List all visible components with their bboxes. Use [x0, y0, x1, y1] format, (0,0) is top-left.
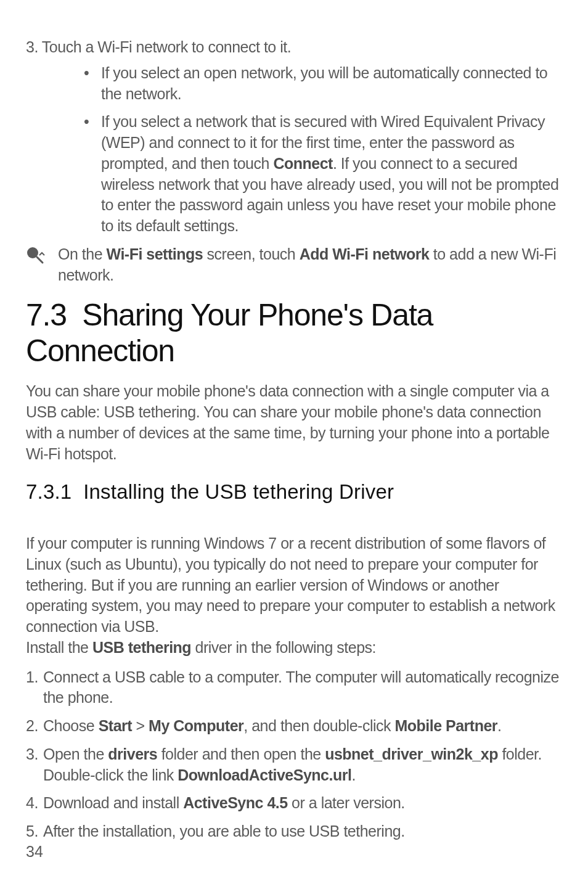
- step-item: 1. Connect a USB cable to a computer. Th…: [26, 667, 562, 709]
- intro-segment: driver in the following steps:: [191, 639, 376, 656]
- tip-icon: [26, 247, 47, 271]
- tip-segment: On the: [58, 245, 107, 263]
- tip-text: On the Wi-Fi settings screen, touch Add …: [58, 244, 562, 286]
- step-segment: After the installation, you are able to …: [43, 822, 405, 840]
- intro-segment-bold: USB tethering: [92, 639, 191, 656]
- step-item: 4. Download and install ActiveSync 4.5 o…: [26, 793, 562, 814]
- subsection-heading: 7.3.1 Installing the USB tethering Drive…: [26, 480, 562, 504]
- step-item: 5. After the installation, you are able …: [26, 821, 562, 842]
- bullet-text-bold: Connect: [273, 155, 333, 172]
- list-item-3: 3. Touch a Wi-Fi network to connect to i…: [26, 37, 562, 58]
- step-number: 2.: [26, 716, 43, 737]
- bullet-text: If you select an open network, you will …: [101, 64, 547, 102]
- tip-segment-bold: Add Wi-Fi network: [300, 245, 430, 263]
- step-segment-bold: drivers: [108, 745, 157, 763]
- section-title-text: Sharing Your Phone's Data Connection: [26, 298, 433, 368]
- step-text: Connect a USB cable to a computer. The c…: [43, 667, 562, 709]
- step-segment: >: [132, 717, 149, 734]
- step-segment: .: [497, 717, 501, 734]
- steps-list: 1. Connect a USB cable to a computer. Th…: [26, 667, 562, 842]
- tip-note: On the Wi-Fi settings screen, touch Add …: [26, 244, 562, 286]
- step-segment-bold: My Computer: [149, 717, 243, 734]
- step-segment: Open the: [43, 745, 108, 763]
- tip-segment: screen, touch: [203, 245, 299, 263]
- subsection-number: 7.3.1: [26, 480, 71, 503]
- step-segment: .: [351, 766, 355, 784]
- bullet-list: If you select an open network, you will …: [26, 63, 562, 237]
- step-segment-bold: Mobile Partner: [394, 717, 497, 734]
- step-item: 3. Open the drivers folder and then open…: [26, 744, 562, 786]
- step-segment-bold: DownloadActiveSync.url: [178, 766, 351, 784]
- step-number: 4.: [26, 793, 43, 814]
- subsection-intro-paragraph: If your computer is running Windows 7 or…: [26, 512, 562, 658]
- list-number: 3.: [26, 38, 38, 55]
- bullet-item: If you select a network that is secured …: [84, 112, 562, 237]
- step-number: 1.: [26, 667, 43, 709]
- step-item: 2. Choose Start > My Computer, and then …: [26, 716, 562, 737]
- page-number: 34: [26, 843, 43, 861]
- step-text: After the installation, you are able to …: [43, 821, 562, 842]
- section-number: 7.3: [26, 298, 67, 332]
- section-intro-paragraph: You can share your mobile phone's data c…: [26, 381, 562, 464]
- step-segment: , and then double-click: [243, 717, 394, 734]
- document-page: 3. Touch a Wi-Fi network to connect to i…: [0, 0, 588, 881]
- continued-ordered-list: 3. Touch a Wi-Fi network to connect to i…: [26, 37, 562, 237]
- step-segment: Choose: [43, 717, 99, 734]
- bullet-item: If you select an open network, you will …: [84, 63, 562, 105]
- step-segment-bold: ActiveSync 4.5: [183, 794, 288, 811]
- step-text: Download and install ActiveSync 4.5 or a…: [43, 793, 562, 814]
- step-segment: folder and then open the: [157, 745, 325, 763]
- step-segment: Download and install: [43, 794, 183, 811]
- step-segment: or a later version.: [288, 794, 405, 811]
- section-heading: 7.3 Sharing Your Phone's Data Connection: [26, 298, 562, 369]
- step-segment-bold: Start: [99, 717, 132, 734]
- step-segment: Connect a USB cable to a computer. The c…: [43, 668, 559, 707]
- step-segment-bold: usbnet_driver_win2k_xp: [325, 745, 498, 763]
- step-text: Choose Start > My Computer, and then dou…: [43, 716, 562, 737]
- tip-segment-bold: Wi-Fi settings: [107, 245, 203, 263]
- subsection-title-text: Installing the USB tethering Driver: [83, 480, 394, 503]
- step-text: Open the drivers folder and then open th…: [43, 744, 562, 786]
- intro-segment: If your computer is running Windows 7 or…: [26, 535, 555, 656]
- step-number: 5.: [26, 821, 43, 842]
- list-text: Touch a Wi-Fi network to connect to it.: [42, 38, 291, 55]
- step-number: 3.: [26, 744, 43, 786]
